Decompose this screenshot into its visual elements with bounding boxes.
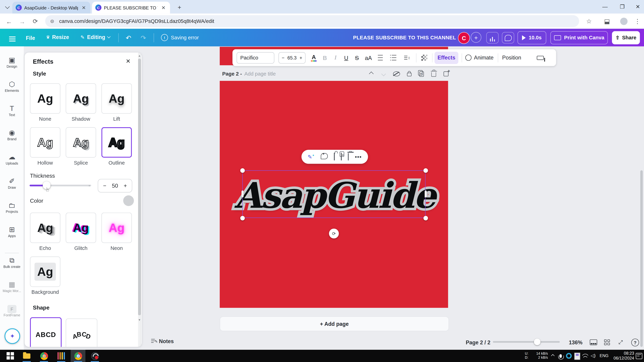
sidebar-item-apps[interactable]: ⊞Apps	[0, 226, 24, 238]
move-page-down-icon[interactable]	[379, 70, 388, 78]
present-button[interactable]: 10.0s	[518, 31, 546, 44]
new-tab-button[interactable]: +	[175, 2, 184, 11]
taskbar-file-explorer[interactable]	[20, 350, 34, 362]
browser-tab-2[interactable]: C PLEASE SUBSCRIBE TO THIS CH ✕	[92, 1, 170, 13]
style-tile-splice[interactable]: Ag	[66, 127, 96, 158]
font-size-value[interactable]: 65.3	[287, 55, 296, 60]
account-avatar[interactable]: C	[458, 32, 470, 44]
style-tile-shadow[interactable]: Ag	[66, 83, 96, 114]
add-page-icon[interactable]	[442, 70, 450, 78]
font-size-minus[interactable]: −	[282, 55, 284, 60]
window-restore-button[interactable]: ❐	[616, 1, 628, 11]
taskbar-rainbow-app[interactable]	[54, 350, 68, 362]
page-title-placeholder[interactable]: Add page title	[244, 71, 276, 77]
style-tile-lift[interactable]: Ag	[102, 83, 132, 114]
comments-icon[interactable]	[502, 32, 514, 43]
magic-edit-icon[interactable]: ✎✦	[308, 154, 314, 160]
bookmark-star-icon[interactable]: ☆	[585, 17, 593, 25]
resize-menu[interactable]: ♛ Resize	[46, 34, 69, 40]
back-icon[interactable]: ←	[5, 17, 13, 25]
tab-search-chevron[interactable]	[3, 3, 12, 11]
sidebar-item-draw[interactable]: ✐Draw	[0, 177, 24, 190]
rotate-handle[interactable]: ⟳	[329, 229, 339, 238]
main-menu-icon[interactable]	[9, 35, 16, 43]
wifi-icon[interactable]	[582, 354, 588, 358]
bold-button[interactable]: B	[320, 54, 330, 61]
selection-box[interactable]	[242, 170, 426, 218]
add-member-icon[interactable]: +	[471, 32, 482, 43]
move-page-up-icon[interactable]	[367, 70, 376, 78]
canva-assistant-button[interactable]: ✦	[4, 329, 20, 344]
fullscreen-icon[interactable]: ⤢	[616, 339, 625, 346]
sidebar-item-projects[interactable]: 🗀Projects	[0, 201, 24, 214]
selection-handle-e[interactable]	[424, 190, 427, 197]
italic-button[interactable]: I	[330, 54, 341, 61]
sidebar-item-brand[interactable]: ◉Brand	[0, 129, 24, 141]
tray-app-icon-window[interactable]	[574, 353, 580, 360]
undo-icon[interactable]: ↶	[123, 33, 134, 43]
panel-close-icon[interactable]: ✕	[123, 56, 133, 66]
text-align-button[interactable]	[374, 54, 386, 61]
browser-tab-1[interactable]: C AsapGuide - Desktop Wallpape ✕	[12, 1, 90, 13]
print-button[interactable]: Print with Canva	[550, 31, 608, 44]
sidebar-item-design[interactable]: ▣Design	[0, 56, 24, 68]
tray-expand-chevron[interactable]	[550, 352, 556, 360]
saving-status[interactable]: ! Saving error	[161, 34, 199, 41]
delete-page-icon[interactable]	[429, 69, 438, 78]
file-menu[interactable]: File	[26, 35, 35, 41]
animate-button[interactable]: Animate	[465, 54, 494, 61]
panel-scrollbar-thumb[interactable]	[138, 59, 141, 315]
sidebar-item-uploads[interactable]: ☁Uploads	[0, 153, 24, 165]
delete-element-icon[interactable]	[348, 153, 349, 160]
hide-page-icon[interactable]	[392, 70, 401, 78]
help-button[interactable]: ?	[631, 339, 639, 347]
sidebar-item-fontframe[interactable]: FFontFrame	[0, 305, 24, 317]
scroll-up-arrow[interactable]: ▲	[138, 54, 141, 57]
notification-center-icon[interactable]	[636, 353, 642, 359]
redo-icon[interactable]: ↷	[138, 33, 149, 43]
start-button[interactable]	[3, 350, 17, 362]
insights-chart-icon[interactable]	[486, 32, 498, 43]
more-options-icon[interactable]: •••	[355, 154, 362, 160]
site-settings-icon[interactable]: ⊜	[45, 18, 59, 24]
underline-button[interactable]: U	[341, 54, 352, 61]
add-page-button[interactable]: + Add page	[220, 316, 449, 331]
selection-handle-w[interactable]	[241, 190, 244, 197]
shape-tile-straight-selected[interactable]: ABCD	[30, 317, 62, 347]
letter-spacing-button[interactable]: ↕	[400, 55, 414, 60]
position-button[interactable]: Position	[502, 54, 521, 61]
taskbar-browser-alt[interactable]	[37, 350, 51, 362]
thickness-minus-button[interactable]: −	[103, 183, 106, 189]
outline-color-swatch[interactable]	[123, 195, 134, 206]
transparency-button[interactable]	[418, 54, 430, 61]
font-size-plus[interactable]: +	[300, 55, 302, 60]
duplicate-element-icon[interactable]	[341, 153, 342, 160]
zoom-slider-handle[interactable]	[534, 339, 540, 345]
scroll-down-arrow[interactable]: ▼	[138, 319, 141, 321]
volume-icon[interactable]: ◁)	[590, 353, 596, 358]
style-tile-background[interactable]: Ag	[30, 257, 60, 287]
network-speed-monitor[interactable]: U:14 kB/s D:2 kB/s	[525, 351, 548, 360]
style-tile-neon[interactable]: Ag	[102, 213, 132, 243]
comment-add-icon[interactable]: +	[321, 153, 328, 160]
window-minimize-button[interactable]: —	[599, 1, 611, 11]
tab-close-icon[interactable]: ✕	[80, 5, 87, 10]
reload-icon[interactable]: ⟳	[31, 17, 40, 25]
taskbar-chrome-active[interactable]	[71, 350, 86, 362]
duplicate-page-icon[interactable]	[417, 70, 426, 78]
style-tile-hollow[interactable]: Ag	[30, 127, 60, 158]
forward-icon[interactable]: →	[18, 17, 26, 25]
editing-mode-menu[interactable]: ✎ Editing	[80, 34, 110, 40]
sidebar-item-magic-morph[interactable]: ▦Magic Mor...	[0, 281, 24, 293]
browser-menu-icon[interactable]: ⋮	[634, 17, 641, 25]
text-color-button[interactable]: A	[308, 54, 320, 61]
zoom-slider-track[interactable]	[493, 341, 560, 343]
paint-roller-icon[interactable]	[537, 56, 544, 60]
thickness-value[interactable]: 50	[112, 183, 118, 189]
grid-view-icon[interactable]	[603, 339, 611, 346]
thickness-plus-button[interactable]: +	[124, 183, 127, 189]
notes-button[interactable]: Notes	[151, 338, 174, 344]
profile-avatar[interactable]	[620, 18, 628, 25]
share-button[interactable]: ⇧ Share	[612, 31, 640, 44]
language-indicator[interactable]: ENG	[600, 354, 608, 358]
